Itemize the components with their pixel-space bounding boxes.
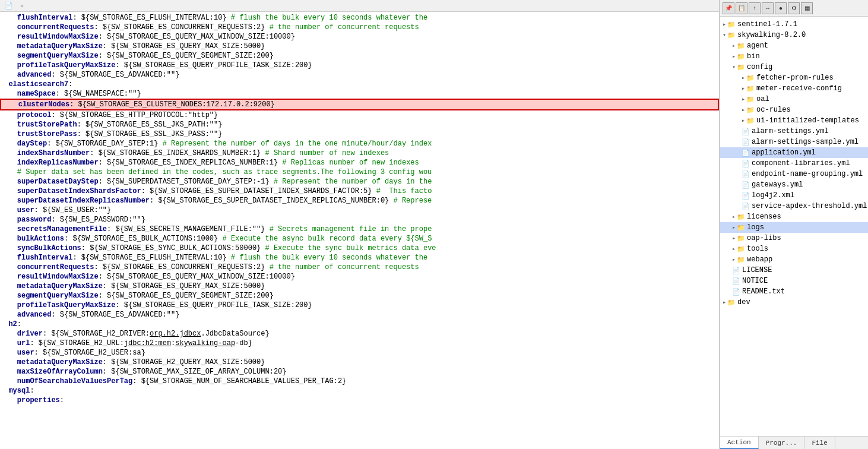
tree-label: dev — [737, 298, 750, 306]
tree-item[interactable]: ▸📁agent — [720, 40, 868, 51]
code-line: numOfSearchableValuesPerTag: ${SW_STORAG… — [0, 377, 719, 386]
code-line: concurrentRequests: ${SW_STORAGE_ES_CONC… — [0, 23, 719, 32]
tree-item[interactable]: ▾📁config — [720, 62, 868, 72]
tree-item[interactable]: ▸📁sentinel-1.7.1 — [720, 19, 868, 30]
collapse-arrow: ▸ — [732, 256, 736, 263]
tree-item[interactable]: ▸📁oap-libs — [720, 233, 868, 244]
folder-icon: 📁 — [727, 21, 736, 29]
tree-label: oap-libs — [747, 234, 781, 242]
close-icon[interactable]: ✕ — [20, 2, 24, 10]
collapse-arrow: ▸ — [742, 96, 745, 103]
toolbar-pin-btn[interactable]: 📌 — [723, 2, 734, 14]
code-line: superDatasetDayStep: ${SW_SUPERDATASET_S… — [0, 177, 719, 186]
code-line: metadataQueryMaxSize: ${SW_STORAGE_H2_QU… — [0, 358, 719, 367]
yaml-icon: 📄 — [742, 149, 750, 157]
toolbar-up-btn[interactable]: ↑ — [749, 2, 761, 14]
code-line: syncBulkActions: ${SW_STORAGE_ES_SYNC_BU… — [0, 244, 719, 253]
tree-label: webapp — [747, 255, 772, 264]
toolbar-grid-btn[interactable]: ▦ — [801, 2, 813, 14]
code-line: profileTaskQueryMaxSize: ${SW_STORAGE_ES… — [0, 61, 719, 70]
folder-icon: 📁 — [737, 224, 745, 232]
tree-item[interactable]: ▸📁oal — [720, 94, 868, 105]
tree-item[interactable]: 📄README.txt — [720, 286, 868, 297]
tree-label: sentinel-1.7.1 — [737, 20, 797, 29]
code-line: dayStep: ${SW_STORAGE_DAY_STEP:1} # Repr… — [0, 139, 719, 148]
code-tab[interactable]: 📄 ✕ — [0, 0, 719, 12]
tree-item[interactable]: ▸📁dev — [720, 297, 868, 308]
collapse-arrow: ▸ — [742, 85, 745, 92]
bottom-tab[interactable]: Action — [720, 437, 759, 449]
tree-label: NOTICE — [742, 277, 768, 285]
code-line: concurrentRequests: ${SW_STORAGE_ES_CONC… — [0, 263, 719, 272]
tree-item[interactable]: 📄service-apdex-threshold.yml — [720, 201, 868, 211]
tree-label: README.txt — [742, 287, 785, 296]
yaml-icon: 📄 — [742, 203, 750, 210]
tree-label: gateways.yml — [752, 181, 803, 189]
code-content[interactable]: flushInterval: ${SW_STORAGE_ES_FLUSH_INT… — [0, 12, 719, 449]
bottom-tab[interactable]: File — [804, 437, 835, 449]
collapse-arrow: ▸ — [732, 213, 736, 220]
tree-item[interactable]: 📄alarm-settings.yml — [720, 126, 868, 137]
folder-icon: 📁 — [746, 96, 755, 103]
tree-item[interactable]: ▾📁skywalking-8.2.0 — [720, 30, 868, 40]
bottom-tabs: ActionProgr...File — [720, 436, 868, 449]
file-tree[interactable]: ▸📁sentinel-1.7.1▾📁skywalking-8.2.0▸📁agen… — [720, 17, 868, 436]
folder-icon: 📁 — [746, 106, 755, 114]
tree-item[interactable]: 📄application.yml — [720, 147, 868, 158]
folder-icon: 📁 — [746, 74, 755, 82]
code-line: nameSpace: ${SW_NAMESPACE:""} — [0, 89, 719, 99]
tree-label: logs — [747, 223, 764, 232]
tree-item[interactable]: ▸📁ui-initialized-templates — [720, 115, 868, 126]
tree-label: licenses — [747, 213, 781, 221]
tree-item[interactable]: 📄endpoint-name-grouping.yml — [720, 169, 868, 179]
tree-item[interactable]: ▸📁tools — [720, 244, 868, 254]
collapse-arrow: ▸ — [732, 53, 736, 60]
folder-icon: 📁 — [737, 256, 745, 264]
code-tab-icon: 📄 — [5, 2, 13, 10]
file-icon: 📄 — [732, 267, 740, 274]
tree-item[interactable]: 📄log4j2.xml — [720, 190, 868, 201]
folder-icon: 📁 — [746, 85, 755, 93]
bottom-tab[interactable]: Progr... — [759, 437, 805, 449]
tree-item[interactable]: ▸📁logs — [720, 222, 868, 233]
tree-label: endpoint-name-grouping.yml — [752, 170, 863, 178]
yaml-icon: 📄 — [742, 181, 750, 189]
tree-label: LICENSE — [742, 266, 772, 274]
folder-icon: 📁 — [737, 245, 745, 253]
yaml-icon: 📄 — [742, 160, 750, 167]
tree-item[interactable]: 📄LICENSE — [720, 265, 868, 276]
code-line: url: ${SW_STORAGE_H2_URL:jdbc:h2:mem:sky… — [0, 339, 719, 348]
toolbar-settings-btn[interactable]: ⚙ — [788, 2, 800, 14]
tree-item[interactable]: 📄alarm-settings-sample.yml — [720, 137, 868, 147]
tree-item[interactable]: ▸📁oc-rules — [720, 105, 868, 115]
toolbar-stop-btn[interactable]: ● — [775, 2, 787, 14]
tree-item[interactable]: ▸📁bin — [720, 51, 868, 62]
tree-item[interactable]: 📄component-libraries.yml — [720, 158, 868, 169]
code-line: elasticsearch7: — [0, 80, 719, 89]
tree-label: meter-receive-config — [756, 84, 842, 93]
tree-item[interactable]: ▸📁webapp — [720, 254, 868, 265]
file-icon: 📄 — [732, 288, 740, 296]
toolbar-refresh-btn[interactable]: ↔ — [762, 2, 774, 14]
tree-label: service-apdex-threshold.yml — [752, 202, 867, 210]
code-line: h2: — [0, 320, 719, 329]
tree-item[interactable]: ▸📁licenses — [720, 211, 868, 222]
code-line: trustStorePass: ${SW_STORAGE_ES_SSL_JKS_… — [0, 129, 719, 139]
tree-label: log4j2.xml — [752, 191, 794, 200]
code-line: flushInterval: ${SW_STORAGE_ES_FLUSH_INT… — [0, 13, 719, 23]
code-line: flushInterval: ${SW_STORAGE_ES_FLUSH_INT… — [0, 253, 719, 263]
tree-item[interactable]: 📄NOTICE — [720, 276, 868, 286]
code-line: advanced: ${SW_STORAGE_ES_ADVANCED:""} — [0, 70, 719, 80]
tree-item[interactable]: ▸📁meter-receive-config — [720, 83, 868, 94]
tree-item[interactable]: ▸📁fetcher-prom-rules — [720, 72, 868, 83]
code-line: maxSizeOfArrayColumn: ${SW_STORAGE_MAX_S… — [0, 367, 719, 377]
code-panel: 📄 ✕ flushInterval: ${SW_STORAGE_ES_FLUSH… — [0, 0, 720, 449]
tree-item[interactable]: 📄gateways.yml — [720, 179, 868, 190]
folder-icon: 📁 — [737, 235, 745, 242]
folder-icon: 📁 — [727, 31, 736, 39]
tree-label: agent — [747, 42, 768, 50]
toolbar-copy-btn[interactable]: 📋 — [736, 2, 747, 14]
toolbar: 📌 📋 ↑ ↔ ● ⚙ ▦ — [720, 0, 868, 17]
code-line: indexReplicasNumber: ${SW_STORAGE_ES_IND… — [0, 158, 719, 167]
folder-icon: 📁 — [737, 53, 745, 61]
